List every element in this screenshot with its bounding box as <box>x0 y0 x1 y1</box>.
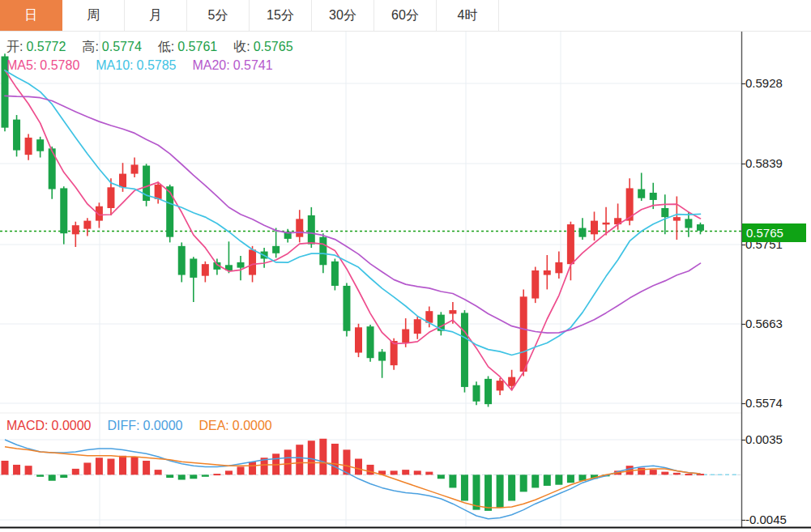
legend-item: 收:0.5765 <box>233 40 296 53</box>
candle-body <box>567 224 574 264</box>
candle-body <box>72 225 79 234</box>
legend-item: MA5:0.5780 <box>6 58 83 72</box>
macd-bar <box>166 475 173 478</box>
ohlc-legend: 开:0.5772高:0.5774低:0.5761收:0.5765 <box>6 39 309 56</box>
tab-timeframe-5[interactable]: 30分 <box>312 0 374 31</box>
candle-body <box>119 174 126 188</box>
candle-body <box>650 193 657 200</box>
candle-body <box>155 185 162 199</box>
macd-bar <box>555 475 562 484</box>
legend-value: 0.5741 <box>233 58 273 72</box>
macd-bar <box>36 475 44 476</box>
candle-body <box>508 377 515 386</box>
macd-bar <box>25 466 32 475</box>
legend-item: DEA:0.0000 <box>198 419 275 432</box>
candle-body <box>603 223 610 225</box>
macd-bar <box>178 475 186 479</box>
candle-body <box>520 296 527 372</box>
macd-bar <box>308 440 315 475</box>
axis-frame <box>0 31 811 528</box>
legend-label: MA5: <box>6 58 36 72</box>
axis-tick-label: 0.5663 <box>745 317 783 330</box>
macd-bar <box>544 475 551 486</box>
candle-body <box>591 221 598 235</box>
legend-value: 0.5774 <box>102 40 142 53</box>
tab-timeframe-2[interactable]: 月 <box>125 0 187 31</box>
legend-item: MA20:0.5741 <box>192 58 275 72</box>
tab-timeframe-1[interactable]: 周 <box>62 0 125 31</box>
macd-bar <box>2 461 9 475</box>
macd-bar <box>508 475 515 500</box>
macd-bar <box>119 456 126 475</box>
macd-bar <box>391 470 398 475</box>
candle-body <box>308 215 315 245</box>
candle-body <box>36 139 44 151</box>
legend-item: MA10:0.5785 <box>96 58 179 72</box>
dea-line <box>5 447 701 508</box>
macd-bar <box>296 445 303 475</box>
macd-bar <box>143 461 150 475</box>
ma-legend: MA5:0.5780MA10:0.5785MA20:0.5741 <box>6 58 289 73</box>
candle-body <box>402 330 409 343</box>
macd-bar <box>673 473 681 475</box>
candle-body <box>661 208 668 217</box>
legend-value: 0.0000 <box>143 419 183 432</box>
current-price-badge: 0.5765 <box>742 223 806 242</box>
macd-bar <box>155 470 162 475</box>
legend-value: 0.0000 <box>233 419 272 432</box>
candle-body <box>355 327 362 352</box>
legend-item: DIFF:0.0000 <box>108 419 186 432</box>
macd-bar <box>107 459 114 475</box>
macd-bar <box>685 474 692 475</box>
candle-body <box>331 262 339 286</box>
legend-label: MACD: <box>6 419 49 432</box>
tab-timeframe-7[interactable]: 4时 <box>437 0 499 31</box>
candles <box>2 53 704 406</box>
macd-bar <box>13 465 20 475</box>
candle-body <box>190 258 197 277</box>
candle-body <box>484 379 492 404</box>
macd-bar <box>497 475 504 508</box>
macd-bar <box>661 472 668 475</box>
legend-label: 低: <box>158 40 174 53</box>
candle-body <box>673 217 681 220</box>
legend-label: DEA: <box>198 419 228 432</box>
macd-bar <box>96 458 103 475</box>
candle-body <box>697 224 704 231</box>
candle-body <box>414 319 421 334</box>
macd-bar <box>484 475 492 511</box>
tab-timeframe-4[interactable]: 15分 <box>250 0 312 31</box>
legend-label: DIFF: <box>108 419 140 432</box>
macd-bar <box>319 439 327 475</box>
diff-line <box>5 440 701 519</box>
macd-bar <box>284 449 292 475</box>
legend-label: MA10: <box>96 58 133 72</box>
macd-bar <box>449 475 456 487</box>
macd-bar <box>461 475 468 500</box>
macd-bar <box>237 466 245 475</box>
candle-body <box>13 120 20 151</box>
legend-label: 开: <box>6 40 23 53</box>
candle-body <box>638 189 645 198</box>
candle-body <box>497 381 504 390</box>
macd-bar <box>249 462 256 475</box>
legend-item: 开:0.5772 <box>6 40 69 53</box>
macd-bar <box>355 459 362 475</box>
candle-body <box>461 313 468 386</box>
macd-bar <box>49 475 56 480</box>
candle-body <box>685 219 692 228</box>
candle-body <box>83 221 91 229</box>
candle-body <box>555 262 562 273</box>
macd-bar <box>531 475 539 487</box>
legend-item: 高:0.5774 <box>82 40 144 53</box>
axis-tick-label: -0.0045 <box>745 513 787 526</box>
candlestick-chart-canvas[interactable] <box>0 0 811 532</box>
tab-timeframe-0[interactable]: 日 <box>0 0 62 31</box>
tab-timeframe-3[interactable]: 5分 <box>187 0 250 31</box>
macd-bar <box>402 470 409 475</box>
legend-value: 0.5785 <box>137 58 177 72</box>
candle-body <box>107 187 114 208</box>
tab-timeframe-6[interactable]: 60分 <box>374 0 437 31</box>
candle-body <box>178 246 186 275</box>
axis-tick-label: 0.5928 <box>745 76 783 90</box>
